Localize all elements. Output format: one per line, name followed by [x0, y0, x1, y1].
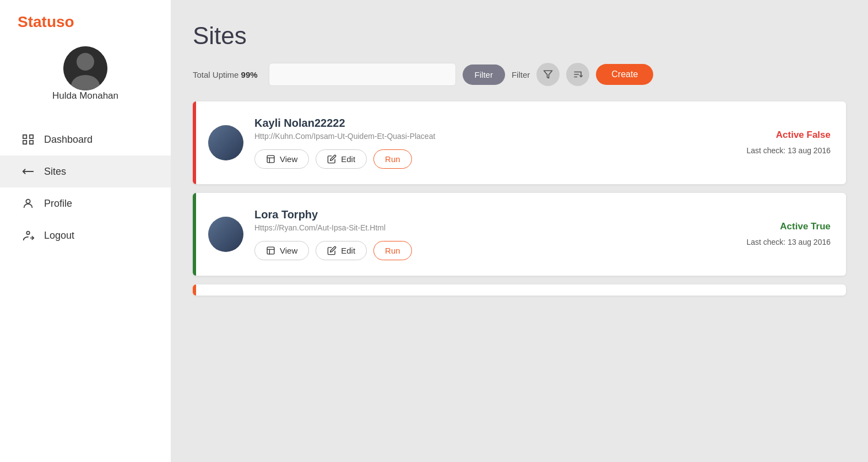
site-url-1: Http://Kuhn.Com/Ipsam-Ut-Quidem-Et-Quasi… [254, 132, 720, 141]
site-avatar-2 [208, 217, 243, 252]
svg-point-9 [26, 232, 30, 235]
site-name-2: Lora Torphy [254, 208, 720, 221]
svg-point-8 [26, 200, 30, 203]
edit-button-1[interactable]: Edit [316, 149, 367, 169]
site-avatar-1 [208, 125, 243, 160]
svg-rect-18 [267, 155, 274, 163]
site-actions-1: View Edit Run [254, 149, 720, 169]
sidebar-username: Hulda Monahan [52, 90, 118, 101]
uptime-label: Total Uptime 99% [193, 70, 258, 79]
run-button-2[interactable]: Run [373, 241, 412, 260]
sidebar: Statuso Hulda Monahan Dashboard [0, 0, 171, 462]
sites-icon [22, 165, 34, 178]
site-card-border-1 [193, 101, 196, 184]
filter-button[interactable]: Filter [463, 65, 505, 85]
svg-rect-6 [30, 141, 33, 144]
sidebar-item-profile-label: Profile [44, 198, 72, 209]
site-name-1: Kayli Nolan22222 [254, 117, 720, 130]
status-text-1: Active False [731, 130, 831, 141]
site-status-1: Active False Last check: 13 aug 2016 [731, 130, 831, 157]
svg-rect-21 [267, 247, 274, 254]
last-check-2: Last check: 13 aug 2016 [731, 237, 831, 248]
svg-rect-4 [30, 135, 33, 138]
view-button-1[interactable]: View [254, 149, 309, 169]
svg-rect-5 [23, 141, 26, 144]
site-info-1: Kayli Nolan22222 Http://Kuhn.Com/Ipsam-U… [254, 117, 720, 169]
filter-text-label: Filter [512, 70, 530, 79]
site-card-border-2 [193, 193, 196, 276]
sidebar-item-logout[interactable]: Logout [0, 219, 171, 251]
page-title: Sites [193, 22, 846, 50]
site-card-1: Kayli Nolan22222 Http://Kuhn.Com/Ipsam-U… [193, 101, 846, 184]
run-label-1: Run [385, 154, 400, 164]
edit-button-2[interactable]: Edit [316, 241, 367, 260]
sites-list: Kayli Nolan22222 Http://Kuhn.Com/Ipsam-U… [193, 101, 846, 296]
sort-icon-button[interactable] [566, 63, 589, 86]
status-text-2: Active True [731, 221, 831, 232]
profile-icon [22, 197, 34, 209]
avatar [63, 46, 107, 90]
dashboard-icon [22, 133, 34, 146]
svg-marker-13 [544, 71, 552, 78]
edit-label-1: Edit [341, 154, 355, 164]
site-info-2: Lora Torphy Https://Ryan.Com/Aut-Ipsa-Si… [254, 208, 720, 260]
edit-label-2: Edit [341, 246, 355, 255]
create-button[interactable]: Create [596, 64, 653, 85]
site-card-2: Lora Torphy Https://Ryan.Com/Aut-Ipsa-Si… [193, 193, 846, 276]
svg-rect-3 [23, 135, 26, 138]
view-label-1: View [280, 154, 297, 164]
sidebar-item-logout-label: Logout [44, 230, 74, 241]
site-actions-2: View Edit Run [254, 241, 720, 260]
view-button-2[interactable]: View [254, 241, 309, 260]
last-check-1: Last check: 13 aug 2016 [731, 145, 831, 157]
app-logo: Statuso [0, 13, 74, 31]
run-button-1[interactable]: Run [373, 149, 412, 169]
sidebar-item-profile[interactable]: Profile [0, 187, 171, 219]
toolbar: Total Uptime 99% Filter Filter Create [193, 63, 846, 86]
main-content: Sites Total Uptime 99% Filter Filter Cre… [171, 0, 868, 462]
site-card-border-3 [193, 284, 196, 296]
sidebar-item-sites-label: Sites [44, 166, 66, 178]
sidebar-item-dashboard-label: Dashboard [44, 134, 93, 146]
filter-icon-button[interactable] [536, 63, 560, 86]
run-label-2: Run [385, 246, 400, 255]
site-url-2: Https://Ryan.Com/Aut-Ipsa-Sit-Et.Html [254, 223, 720, 232]
sidebar-item-dashboard[interactable]: Dashboard [0, 123, 171, 155]
site-card-3 [193, 284, 846, 296]
view-label-2: View [280, 246, 297, 255]
sidebar-item-sites[interactable]: Sites [0, 155, 171, 187]
site-status-2: Active True Last check: 13 aug 2016 [731, 221, 831, 248]
sidebar-nav: Dashboard Sites Profile [0, 123, 171, 251]
logout-icon [22, 229, 34, 241]
svg-point-1 [77, 53, 94, 71]
search-input[interactable] [269, 63, 456, 86]
